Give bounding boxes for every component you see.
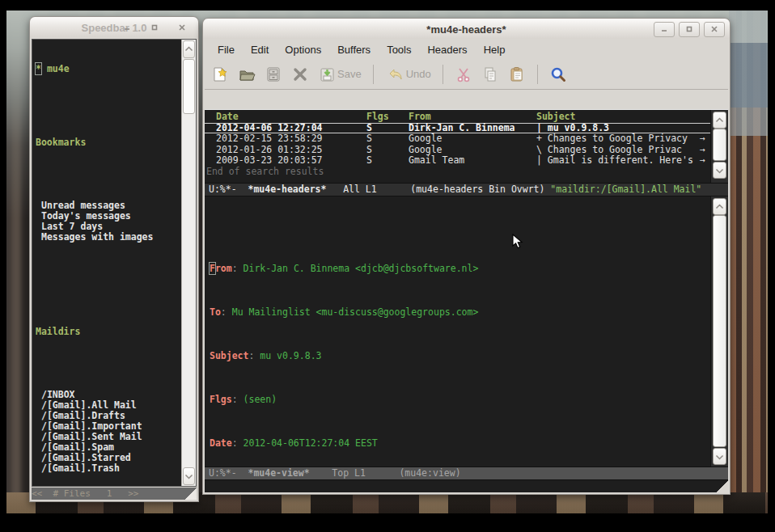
headers-scrollbar[interactable]	[710, 110, 728, 183]
scroll-down-icon[interactable]	[713, 162, 726, 179]
cut-button[interactable]	[455, 65, 472, 83]
mu4e-frame: FileEditOptionsBuffersToolsHeadersHelp S…	[202, 39, 731, 495]
cell-date: 2012-01-26 01:32:25	[211, 145, 366, 156]
headers-row-list: 2012-04-06 12:27:04 S Dirk-Jan C. Binnem…	[205, 123, 711, 167]
message-header-field: To: Mu Mailinglist <mu-discuss@googlegro…	[210, 307, 710, 319]
resize-grip[interactable]	[716, 480, 728, 492]
save-button[interactable]: Save	[318, 65, 362, 83]
scrollbar-thumb[interactable]	[713, 129, 726, 161]
field-value: Dirk-Jan C. Binnema <djcb@djcbsoftware.n…	[244, 263, 479, 274]
menu-item[interactable]: Edit	[243, 42, 277, 57]
copy-button[interactable]	[481, 65, 499, 83]
speedbar-bookmark-list: Unread messagesToday's messagesLast 7 da…	[36, 169, 181, 243]
search-query: "maildir:/[Gmail].All Mail"	[550, 184, 701, 195]
screen: Speedbar 1.0 * mu4e Bookmarks Unread mes…	[0, 0, 775, 532]
speedbar-section-maildirs: Maildirs	[36, 327, 181, 337]
mu4e-window-title: *mu4e-headers*	[426, 23, 506, 36]
column-subject[interactable]: Subject	[536, 112, 700, 123]
search-button[interactable]	[549, 65, 567, 83]
toolbar-separator	[537, 65, 538, 84]
cell-from: Gmail Team	[409, 155, 536, 167]
close-icon[interactable]	[172, 21, 192, 35]
field-label: Flgs	[210, 394, 232, 405]
new-message-button[interactable]	[211, 65, 229, 83]
speedbar-bookmark-item[interactable]: Messages with images	[36, 232, 181, 243]
view-scrollbar[interactable]	[710, 196, 728, 467]
toolbar-separator	[443, 65, 443, 84]
scrollbar-thumb[interactable]	[713, 215, 726, 447]
speedbar-scrollbar[interactable]	[181, 40, 196, 486]
message-view-pane: From: Dirk-Jan C. Binnema <djcb@djcbsoft…	[205, 196, 728, 467]
buffer-name: *mu4e-view*	[248, 467, 309, 479]
cell-from: Google	[409, 133, 536, 145]
cell-date: 2012-04-06 12:27:04	[211, 123, 366, 134]
speedbar-maildir-item[interactable]: /[Gmail].Trash	[36, 463, 181, 474]
menu-item[interactable]: Options	[277, 42, 329, 57]
field-value: 2012-04-06T12:27:04 EEST	[244, 437, 378, 449]
file-cabinet-button[interactable]	[265, 65, 282, 83]
maximize-icon[interactable]	[145, 21, 164, 35]
field-label: Date	[210, 437, 232, 449]
speedbar-frame: * mu4e Bookmarks Unread messagesToday's …	[29, 37, 199, 502]
field-value: mu v0.9.8.3	[260, 350, 321, 361]
cell-flags: S	[366, 155, 409, 167]
cell-subject: \ Changes to Google Privac	[536, 145, 700, 156]
mu4e-window: *mu4e-headers* FileEditOptionsBuffersToo…	[202, 18, 731, 495]
wrap-arrow-icon: →	[700, 133, 711, 145]
cell-flags: S	[366, 145, 409, 156]
scrollbar-thumb[interactable]	[183, 59, 195, 114]
menu-item[interactable]: Tools	[379, 42, 419, 57]
menu-item[interactable]: File	[210, 42, 243, 57]
scroll-up-icon[interactable]	[713, 112, 726, 129]
undo-button[interactable]: Undo	[385, 65, 431, 83]
menu-item[interactable]: Headers	[419, 42, 475, 57]
scroll-up-icon[interactable]	[183, 40, 195, 58]
end-of-results: End of search results	[205, 167, 711, 178]
view-modeline: U:%*- *mu4e-view* Top L1 (mu4e:view)	[205, 467, 728, 480]
message-row[interactable]: 2009-03-23 20:03:57 S Gmail Team | Gmail…	[205, 155, 711, 167]
field-value: (seen)	[244, 394, 277, 405]
menu-item[interactable]: Buffers	[329, 42, 379, 57]
minimize-icon[interactable]	[654, 22, 675, 37]
cell-flags: S	[366, 133, 409, 145]
speedbar-modeline: << # Files 1 >>	[32, 488, 197, 500]
cell-date: 2012-02-15 23:58:29	[211, 133, 366, 145]
column-flags[interactable]: Flgs	[366, 112, 409, 123]
cell-from: Dirk-Jan C. Binnema	[409, 123, 536, 134]
speedbar-cursor: *	[36, 63, 41, 74]
mu4e-titlebar[interactable]: *mu4e-headers*	[202, 18, 731, 40]
message-row[interactable]: 2012-04-06 12:27:04 S Dirk-Jan C. Binnem…	[205, 123, 711, 134]
message-row[interactable]: 2012-01-26 01:32:25 S Google \ Changes t…	[205, 145, 711, 156]
cell-subject: + Changes to Google Privacy	[536, 133, 700, 145]
scroll-down-icon[interactable]	[183, 467, 195, 485]
echo-area[interactable]	[205, 480, 728, 492]
scroll-up-icon[interactable]	[713, 198, 726, 215]
open-folder-button[interactable]	[238, 65, 256, 83]
message-header-field: Date: 2012-04-06T12:27:04 EEST	[210, 438, 710, 450]
menu-item[interactable]: Help	[476, 42, 514, 57]
cell-subject: | Gmail is different. Here's	[536, 155, 700, 167]
message-row[interactable]: 2012-02-15 23:58:29 S Google + Changes t…	[205, 133, 711, 145]
field-value: Mu Mailinglist <mu-discuss@googlegroups.…	[232, 306, 479, 318]
buffer-name: *mu4e-headers*	[248, 184, 326, 195]
speedbar-list: * mu4e Bookmarks Unread messagesToday's …	[32, 40, 181, 486]
field-label: Subject	[210, 350, 248, 361]
maximize-icon[interactable]	[679, 22, 700, 37]
minimize-icon[interactable]	[117, 21, 137, 35]
cell-flags: S	[366, 123, 409, 134]
close-icon[interactable]	[704, 22, 725, 37]
scroll-down-icon[interactable]	[713, 448, 726, 465]
save-label: Save	[337, 68, 362, 80]
paste-button[interactable]	[508, 65, 526, 83]
speedbar-titlebar[interactable]: Speedbar 1.0	[29, 16, 199, 39]
headers-column-row: Date Flgs From Subject	[205, 112, 711, 123]
column-from[interactable]: From	[409, 112, 536, 123]
column-date[interactable]: Date	[211, 112, 366, 123]
message-header-field: Subject: mu v0.9.8.3	[210, 351, 710, 362]
resize-grip[interactable]	[184, 488, 197, 500]
field-label: To	[210, 306, 221, 318]
cell-from: Google	[409, 145, 536, 156]
speedbar-root-item[interactable]: * mu4e	[36, 64, 181, 74]
cell-subject: | mu v0.9.8.3	[536, 123, 700, 134]
close-buffer-button[interactable]	[291, 65, 309, 83]
